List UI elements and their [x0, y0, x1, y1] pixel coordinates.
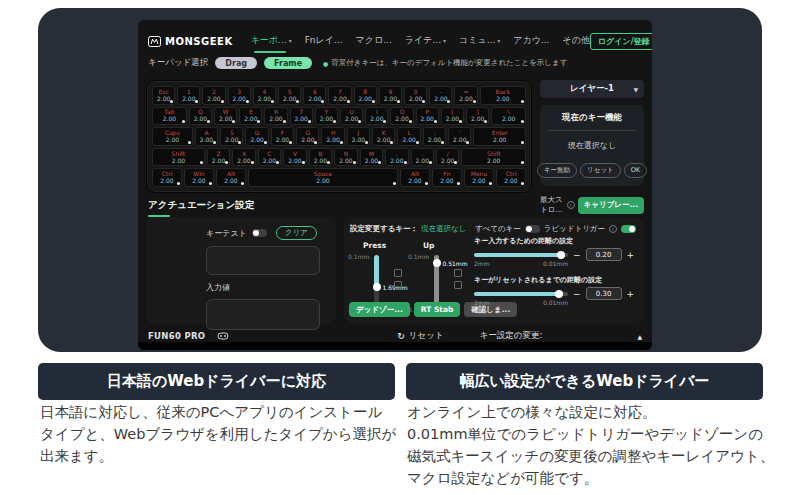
key-alt[interactable]: Alt2.00 [400, 168, 430, 187]
key-k[interactable]: K2.00 [372, 127, 395, 146]
press-slider-track[interactable]: 1.69mm [374, 255, 379, 307]
input-value-textarea[interactable] [206, 299, 320, 330]
key-,[interactable]: ,2.00 [385, 148, 408, 167]
key-2[interactable]: 22.00 [202, 86, 225, 105]
nav-item-6[interactable]: その他 [562, 34, 589, 49]
key-s[interactable]: S2.00 [220, 127, 243, 146]
key-disable-button[interactable]: キー無効 [537, 163, 577, 178]
step-up-icon[interactable] [394, 269, 402, 277]
step-down-icon[interactable] [454, 281, 462, 289]
key-x[interactable]: X2.00 [232, 148, 255, 167]
press-slider-handle[interactable]: 1.69mm [373, 283, 381, 291]
key-h[interactable]: H2.00 [321, 127, 344, 146]
all-keys-toggle[interactable] [525, 225, 540, 233]
key-o[interactable]: O2.00 [390, 107, 413, 126]
nav-item-5[interactable]: アカウ... [513, 34, 549, 49]
key-v[interactable]: V2.00 [283, 148, 306, 167]
nav-item-4[interactable]: コミュ...▾ [459, 34, 500, 49]
up-slider-track[interactable]: 0.51mm [434, 255, 439, 307]
key-test-toggle[interactable] [252, 229, 267, 237]
increase-button[interactable]: + [627, 251, 635, 260]
key-enter[interactable]: Enter2.00 [473, 127, 526, 146]
slider-handle[interactable] [557, 251, 565, 259]
key-i[interactable]: I2.00 [365, 107, 388, 126]
key-shift[interactable]: Shift2.00 [152, 148, 205, 167]
key-z[interactable]: Z2.00 [207, 148, 230, 167]
key-y[interactable]: Y2.00 [315, 107, 338, 126]
key-l[interactable]: L2.00 [397, 127, 420, 146]
key-ctrl[interactable]: Ctrl2.00 [152, 168, 182, 187]
key--[interactable]: -2.00 [429, 86, 452, 105]
key-reset-button[interactable]: リセット [580, 163, 621, 178]
key-[[interactable]: [2.00 [441, 107, 464, 126]
key-shift[interactable]: Shift2.00 [461, 148, 526, 167]
nav-item-3[interactable]: ライテ...▾ [405, 34, 446, 49]
key-m[interactable]: M2.00 [360, 148, 383, 167]
login-button[interactable]: ログイン/登録 [590, 33, 652, 50]
rt-stab-button[interactable]: RT Stab [414, 302, 461, 317]
key-g[interactable]: G2.00 [296, 127, 319, 146]
increase-button[interactable]: + [627, 290, 635, 299]
step-up-icon[interactable] [454, 269, 462, 277]
key-4[interactable]: 42.00 [253, 86, 276, 105]
key-a[interactable]: A2.00 [195, 127, 218, 146]
key-fn[interactable]: Fn2.00 [432, 168, 462, 187]
key-ctrl[interactable]: Ctrl2.00 [496, 168, 526, 187]
key-3[interactable]: 32.00 [228, 86, 251, 105]
frame-option[interactable]: Frame [264, 57, 312, 69]
clear-button[interactable]: クリア [276, 226, 317, 240]
collapse-caret-icon[interactable]: ▲ [637, 333, 642, 340]
key-menu[interactable]: Menu2.00 [464, 168, 494, 187]
key-b[interactable]: B2.00 [309, 148, 332, 167]
nav-item-2[interactable]: マクロ... [356, 34, 392, 49]
decrease-button[interactable]: − [573, 251, 581, 260]
key-6[interactable]: 62.00 [303, 86, 326, 105]
key-f[interactable]: F2.00 [271, 127, 294, 146]
key-alt[interactable]: Alt2.00 [216, 168, 246, 187]
key-tab[interactable]: Tab2.00 [152, 107, 187, 126]
nav-item-1[interactable]: Fnレイ... [305, 34, 343, 49]
key-d[interactable]: D2.00 [245, 127, 268, 146]
key-=[interactable]: =2.00 [454, 86, 477, 105]
key-space[interactable]: Space2.00 [248, 168, 398, 187]
step-down-icon[interactable] [394, 281, 402, 289]
rapid-trigger-toggle[interactable] [621, 225, 636, 233]
key-7[interactable]: 72.00 [328, 86, 351, 105]
slider-track[interactable] [474, 253, 568, 257]
calibrate-button[interactable]: キャリブレー... [578, 197, 644, 214]
key-n[interactable]: N2.00 [334, 148, 357, 167]
key-5[interactable]: 52.00 [278, 86, 301, 105]
key-;[interactable]: ;2.00 [423, 127, 446, 146]
key-r[interactable]: R2.00 [264, 107, 287, 126]
key-win[interactable]: Win2.00 [184, 168, 214, 187]
actuation-distance-value[interactable]: 0.20 [586, 248, 622, 261]
key-.[interactable]: .2.00 [411, 148, 434, 167]
key-/[interactable]: /2.00 [436, 148, 459, 167]
key-back[interactable]: Back2.00 [480, 86, 526, 105]
decrease-button[interactable]: − [573, 290, 581, 299]
deadzone-button[interactable]: デッドゾー... [349, 302, 410, 317]
key-0[interactable]: 02.00 [404, 86, 427, 105]
key-j[interactable]: J2.00 [347, 127, 370, 146]
brand-logo[interactable]: MONSGEEK [148, 36, 233, 47]
key-caps[interactable]: Caps2.00 [152, 127, 193, 146]
key-t[interactable]: T2.00 [290, 107, 313, 126]
key-][interactable]: ]2.00 [466, 107, 489, 126]
key-1[interactable]: 12.00 [177, 86, 200, 105]
key-\[interactable]: \2.00 [491, 107, 526, 126]
key-8[interactable]: 82.00 [354, 86, 377, 105]
drag-option[interactable]: Drag [215, 57, 257, 69]
key-q[interactable]: Q2.00 [189, 107, 212, 126]
key-9[interactable]: 92.00 [379, 86, 402, 105]
key-c[interactable]: C2.00 [258, 148, 281, 167]
up-slider-handle[interactable]: 0.51mm [433, 259, 441, 267]
key-'[interactable]: '2.00 [448, 127, 471, 146]
key-u[interactable]: U2.00 [340, 107, 363, 126]
key-p[interactable]: P2.00 [416, 107, 439, 126]
slider-track[interactable] [474, 292, 568, 296]
key-esc[interactable]: Esc2.00 [152, 86, 175, 105]
reset-distance-value[interactable]: 0.30 [586, 287, 622, 300]
reset-button[interactable]: ↻ リセット [397, 330, 443, 342]
slider-handle[interactable] [555, 290, 563, 298]
key-test-textarea[interactable] [206, 246, 320, 275]
